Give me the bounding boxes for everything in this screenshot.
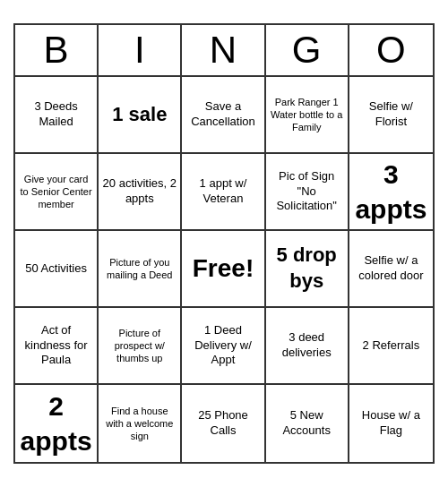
bingo-cell-20: 2 appts: [15, 385, 99, 462]
bingo-cell-5: Give your card to Senior Center member: [15, 154, 99, 231]
bingo-cell-13: 5 drop bys: [266, 231, 349, 308]
bingo-cell-1: 1 sale: [99, 77, 182, 154]
bingo-letter-i: I: [99, 25, 182, 75]
bingo-cell-17: 1 Deed Delivery w/ Appt: [182, 308, 265, 385]
bingo-cell-16: Picture of prospect w/ thumbs up: [99, 308, 182, 385]
bingo-cell-4: Selfie w/ Florist: [349, 77, 433, 154]
bingo-cell-7: 1 appt w/ Veteran: [182, 154, 265, 231]
bingo-letter-n: N: [182, 25, 265, 75]
bingo-header: BINGO: [15, 25, 433, 77]
bingo-cell-6: 20 activities, 2 appts: [99, 154, 182, 231]
bingo-cell-3: Park Ranger 1 Water bottle to a Family: [266, 77, 349, 154]
bingo-letter-g: G: [266, 25, 349, 75]
bingo-cell-14: Selfie w/ a colored door: [349, 231, 433, 308]
bingo-letter-b: B: [15, 25, 99, 75]
bingo-cell-24: House w/ a Flag: [349, 385, 433, 462]
bingo-cell-18: 3 deed deliveries: [266, 308, 349, 385]
bingo-cell-22: 25 Phone Calls: [182, 385, 265, 462]
bingo-cell-19: 2 Referrals: [349, 308, 433, 385]
bingo-cell-10: 50 Activities: [15, 231, 99, 308]
bingo-cell-12: Free!: [182, 231, 265, 308]
bingo-cell-0: 3 Deeds Mailed: [15, 77, 99, 154]
bingo-grid: 3 Deeds Mailed1 saleSave a CancellationP…: [15, 77, 433, 462]
bingo-cell-23: 5 New Accounts: [266, 385, 349, 462]
bingo-cell-9: 3 appts: [349, 154, 433, 231]
bingo-card: BINGO 3 Deeds Mailed1 saleSave a Cancell…: [13, 23, 435, 464]
bingo-cell-2: Save a Cancellation: [182, 77, 265, 154]
bingo-cell-21: Find a house with a welcome sign: [99, 385, 182, 462]
bingo-letter-o: O: [349, 25, 433, 75]
bingo-cell-11: Picture of you mailing a Deed: [99, 231, 182, 308]
bingo-cell-8: Pic of Sign "No Solicitation": [266, 154, 349, 231]
bingo-cell-15: Act of kindness for Paula: [15, 308, 99, 385]
